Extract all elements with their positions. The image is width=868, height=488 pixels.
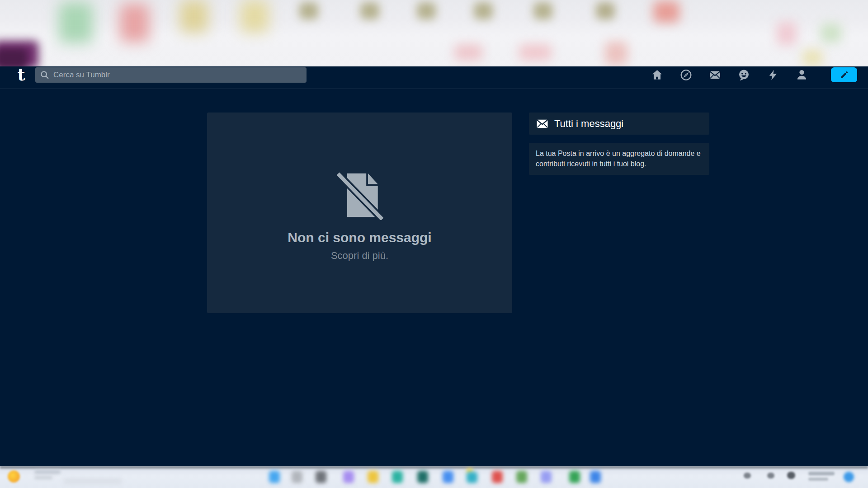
search-icon	[40, 70, 50, 80]
taskbar-icon-blob[interactable]	[8, 470, 20, 483]
browser-blur-blob	[605, 42, 627, 65]
compose-button[interactable]	[831, 67, 857, 82]
inbox-description: La tua Posta in arrivo è un aggregato di…	[529, 143, 709, 175]
taskbar-icon-blob[interactable]	[744, 473, 751, 479]
taskbar-icon-blob[interactable]	[392, 471, 403, 483]
taskbar-icon-blob[interactable]	[63, 478, 122, 484]
taskbar-icon-blob[interactable]	[467, 472, 477, 483]
taskbar-icon-blob[interactable]	[516, 471, 527, 483]
taskbar-top-shade	[0, 466, 868, 469]
taskbar-icon-blob[interactable]	[316, 471, 326, 483]
taskbar-icon-blob[interactable]	[492, 471, 503, 483]
taskbar-icon-blob[interactable]	[34, 476, 52, 479]
taskbar-icon-blob[interactable]	[569, 471, 580, 483]
search-bar[interactable]	[35, 67, 307, 83]
messages-page: Non ci sono messaggi Scopri di più. Tutt…	[0, 89, 868, 466]
screen: t	[0, 0, 868, 488]
taskbar-icon-blob[interactable]	[417, 471, 428, 483]
browser-blur-blob	[360, 2, 379, 19]
browser-blur-blob	[519, 44, 552, 61]
learn-more-link[interactable]: Scopri di più.	[331, 250, 388, 262]
taskbar-icon-blob[interactable]	[808, 472, 835, 475]
empty-state-title: Non ci sono messaggi	[288, 230, 431, 245]
all-messages-header: Tutti i messaggi	[529, 113, 709, 135]
empty-messages-panel: Non ci sono messaggi Scopri di più.	[207, 113, 512, 313]
tumblr-logo[interactable]: t	[14, 67, 29, 83]
taskbar-icon-blob[interactable]	[292, 471, 302, 483]
browser-blur-blob	[596, 2, 615, 19]
browser-blur-blob	[653, 1, 679, 23]
browser-blur-blob	[821, 23, 841, 42]
taskbar-icon-blob[interactable]	[808, 478, 828, 481]
taskbar-icon-blob[interactable]	[443, 471, 453, 483]
browser-blur-blob	[454, 44, 482, 61]
browser-blur-blob	[180, 0, 208, 33]
taskbar-icon-blob[interactable]	[541, 471, 552, 483]
browser-blur-blob	[474, 2, 493, 19]
home-icon	[651, 69, 663, 81]
person-icon	[796, 69, 808, 81]
taskbar-icon-blob[interactable]	[844, 472, 854, 482]
explore-button[interactable]	[680, 69, 692, 81]
pencil-icon	[839, 70, 849, 80]
search-input[interactable]	[53, 70, 302, 80]
envelope-icon	[709, 69, 721, 81]
taskbar-icon-blob[interactable]	[34, 470, 61, 474]
browser-blur-blob	[59, 2, 93, 43]
taskbar-icon-blob[interactable]	[343, 471, 354, 483]
compass-icon	[680, 69, 692, 81]
browser-blur-blob	[777, 22, 797, 45]
messaging-button[interactable]	[738, 69, 750, 81]
chat-smiley-icon	[738, 69, 750, 81]
home-button[interactable]	[651, 69, 663, 81]
messages-sidebar: Tutti i messaggi La tua Posta in arrivo …	[529, 113, 709, 175]
browser-blur-blob	[120, 4, 149, 42]
no-messages-icon	[336, 170, 383, 220]
taskbar-icon-blob[interactable]	[590, 471, 601, 483]
browser-blur-blob	[0, 49, 27, 66]
windows-taskbar[interactable]	[0, 466, 868, 488]
browser-blur-blob	[802, 50, 822, 66]
activity-button[interactable]	[767, 69, 779, 81]
lightning-icon	[767, 69, 779, 81]
account-button[interactable]	[796, 69, 808, 81]
taskbar-icon-blob[interactable]	[368, 471, 378, 483]
tumblr-navbar: t	[0, 66, 868, 89]
taskbar-icon-blob[interactable]	[767, 473, 774, 479]
taskbar-icon-blob[interactable]	[787, 472, 795, 479]
browser-blur-blob	[299, 2, 318, 19]
envelope-icon	[536, 118, 548, 129]
nav-icon-group	[651, 67, 857, 82]
all-messages-title: Tutti i messaggi	[554, 118, 623, 130]
browser-blur-blob	[417, 2, 436, 19]
taskbar-icon-blob[interactable]	[269, 471, 280, 483]
inbox-button[interactable]	[709, 69, 721, 81]
browser-chrome-blurred	[0, 0, 868, 66]
browser-blur-blob	[533, 2, 552, 19]
browser-blur-blob	[241, 0, 269, 33]
